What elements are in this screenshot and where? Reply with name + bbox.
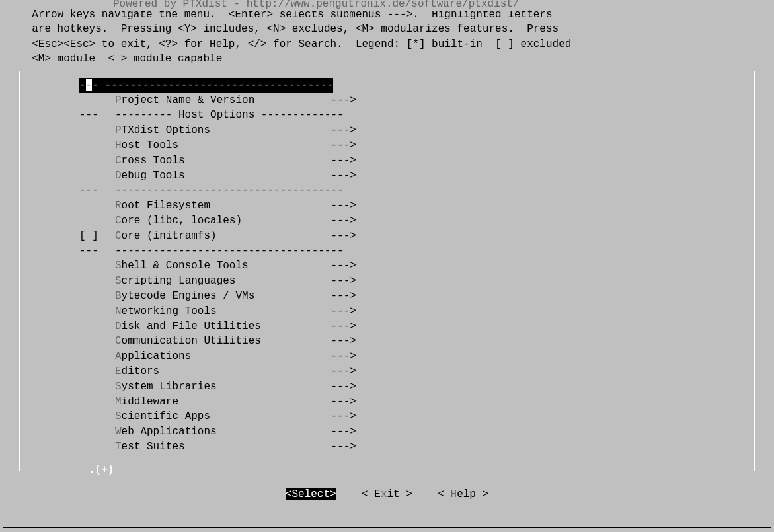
- menu-item-label: hell & Console Tools: [122, 258, 331, 273]
- frame-title: Powered by PTXdist - http://www.pengutro…: [109, 0, 523, 11]
- menu-item-prefix: [79, 169, 115, 183]
- menu-item-prefix: [79, 274, 115, 288]
- menu-item-label: pplications: [122, 349, 331, 363]
- menu-item-prefix: [79, 379, 115, 394]
- menu-item-prefix: [79, 424, 115, 439]
- menu-item-label: ytecode Engines / VMs: [122, 289, 331, 303]
- submenu-arrow-icon: --->: [330, 334, 356, 348]
- hotkey-letter: R: [115, 198, 122, 213]
- menu-item-prefix: [79, 213, 115, 228]
- menu-frame: --- ------------------------------------…: [19, 71, 755, 471]
- menu-item-label: --------- Host Options -------------: [115, 108, 344, 122]
- menu-item-prefix: [79, 439, 115, 454]
- submenu-arrow-icon: --->: [330, 409, 356, 424]
- menu-item[interactable]: Editors --->: [79, 364, 754, 379]
- exit-button[interactable]: < Exit >: [362, 488, 412, 500]
- submenu-arrow-icon: --->: [330, 123, 356, 137]
- menu-item[interactable]: Shell & Console Tools --->: [79, 258, 754, 274]
- menu-item[interactable]: Test Suites --->: [79, 439, 754, 455]
- submenu-arrow-icon: --->: [330, 93, 356, 108]
- submenu-arrow-icon: --->: [330, 439, 356, 454]
- menu-item[interactable]: System Libraries --->: [79, 379, 754, 395]
- menu-item-prefix: [ ]: [79, 229, 115, 243]
- hotkey-letter: B: [115, 289, 122, 303]
- submenu-arrow-icon: --->: [330, 229, 356, 243]
- hotkey-letter: P: [115, 123, 122, 137]
- menu-item-label: etworking Tools: [122, 304, 331, 319]
- menu-item-label: ystem Libraries: [122, 379, 331, 394]
- hotkey-letter: W: [115, 424, 122, 439]
- hotkey-letter: C: [115, 229, 122, 243]
- menu-item[interactable]: Disk and File Utilities --->: [79, 319, 754, 334]
- menu-item-prefix: [79, 409, 115, 424]
- menu-item[interactable]: Project Name & Version --->: [79, 93, 754, 108]
- hotkey-letter: E: [115, 364, 122, 379]
- menu-item-label: ore (libc, locales): [122, 213, 331, 228]
- menu-item[interactable]: --- ------------------------------------: [79, 78, 754, 93]
- menu-item[interactable]: Bytecode Engines / VMs --->: [79, 289, 754, 304]
- button-bar: <Select> < Exit > < Help >: [3, 487, 771, 502]
- menu-item-prefix: [79, 304, 115, 319]
- menu-item-label: ------------------------------------: [115, 244, 344, 258]
- menu-item-prefix: [79, 349, 115, 363]
- menu-item[interactable]: Middleware --->: [79, 394, 754, 409]
- hotkey-letter: C: [115, 213, 122, 228]
- menu-item[interactable]: Root Filesystem --->: [79, 198, 754, 213]
- menu-item-prefix: [79, 334, 115, 348]
- menu-item-label: oot Filesystem: [122, 198, 331, 213]
- submenu-arrow-icon: --->: [330, 395, 356, 409]
- menu-item[interactable]: Networking Tools --->: [79, 304, 754, 319]
- submenu-arrow-icon: --->: [330, 424, 356, 439]
- hotkey-letter: A: [115, 349, 122, 363]
- hotkey-letter: C: [115, 153, 122, 168]
- hotkey-letter: S: [115, 379, 122, 394]
- menu-item-label: ------------------------------------: [115, 183, 344, 198]
- menu-item-label: ommunication Utilities: [122, 334, 331, 348]
- menu-item[interactable]: PTXdist Options --->: [79, 123, 754, 138]
- menu-item-prefix: [79, 258, 115, 273]
- submenu-arrow-icon: --->: [330, 364, 356, 379]
- hotkey-letter: D: [115, 319, 122, 334]
- menu-item[interactable]: Core (libc, locales) --->: [79, 213, 754, 229]
- title-url-hotkey: h: [247, 0, 253, 10]
- menu-item-prefix: [79, 364, 115, 379]
- menu-item-label: isk and File Utilities: [122, 319, 331, 334]
- title-url: ttp://www.pengutronix.de/software/ptxdis…: [252, 0, 519, 10]
- help-text: Arrow keys navigate the menu. <Enter> se…: [3, 3, 771, 69]
- more-indicator: .(+): [86, 463, 116, 477]
- submenu-arrow-icon: --->: [330, 153, 356, 168]
- submenu-arrow-icon: --->: [330, 349, 356, 363]
- menu-item-label: ebug Tools: [122, 169, 331, 183]
- menu-item: --- --------- Host Options -------------: [79, 108, 754, 123]
- menu-item[interactable]: Debug Tools --->: [79, 168, 754, 183]
- menu-item-prefix: [79, 123, 115, 137]
- submenu-arrow-icon: --->: [330, 319, 356, 334]
- help-button[interactable]: < Help >: [438, 488, 488, 500]
- menu-item[interactable]: Web Applications --->: [79, 424, 754, 439]
- menu-item: --- ------------------------------------: [79, 183, 754, 198]
- menu-item-prefix: [79, 395, 115, 409]
- menu-item-prefix: ---: [79, 183, 115, 198]
- menu-item[interactable]: Applications --->: [79, 349, 754, 364]
- menu-item[interactable]: [ ] Core (initramfs) --->: [79, 229, 754, 244]
- menu-item[interactable]: Communication Utilities --->: [79, 334, 754, 349]
- menu-item-label: ost Tools: [122, 138, 331, 153]
- menu-item-prefix: [79, 138, 115, 153]
- menu-item[interactable]: Cross Tools --->: [79, 153, 754, 169]
- menu-item-prefix: [79, 153, 115, 168]
- menu-item-label: ditors: [122, 364, 331, 379]
- title-text: Powered by PTXdist -: [113, 0, 247, 10]
- submenu-arrow-icon: --->: [330, 198, 356, 213]
- menu-item-label: est Suites: [122, 439, 331, 454]
- select-button[interactable]: <Select>: [286, 488, 336, 500]
- menu-item-label: cripting Languages: [122, 274, 331, 288]
- menu-item-label: ore (initramfs): [122, 229, 331, 243]
- menu-list[interactable]: --- ------------------------------------…: [20, 78, 754, 455]
- menu-item-label: TXdist Options: [122, 123, 331, 137]
- menu-item-label: ross Tools: [122, 153, 331, 168]
- menu-item-label: eb Applications: [122, 424, 331, 439]
- menu-item-label: iddleware: [122, 395, 331, 409]
- menu-item[interactable]: Host Tools --->: [79, 138, 754, 153]
- menu-item[interactable]: Scientific Apps --->: [79, 409, 754, 424]
- menu-item[interactable]: Scripting Languages --->: [79, 274, 754, 289]
